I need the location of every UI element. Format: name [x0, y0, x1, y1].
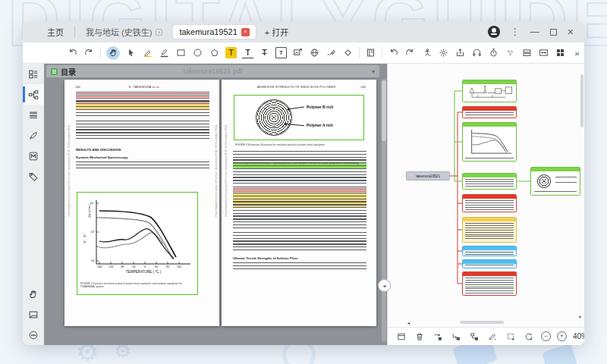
ellipse-tool-icon[interactable]	[192, 47, 203, 58]
redo-annotation-icon[interactable]	[404, 47, 416, 58]
tab-document-1[interactable]: 我与地坛 (史铁生) ×	[81, 26, 167, 38]
figure3-annotation-box[interactable]: Polymer B rich Polymer A rich	[234, 95, 364, 140]
mindmap-node-text[interactable]	[462, 217, 517, 243]
hand-tool-icon[interactable]	[106, 46, 120, 60]
highlighter-icon[interactable]	[142, 47, 153, 58]
sidebar-quill-annotation-icon[interactable]	[23, 125, 44, 146]
menu-dots-icon[interactable]: ⋮	[511, 27, 520, 36]
zoom-in-button[interactable]: +	[557, 331, 567, 341]
red-underlined-text[interactable]	[233, 187, 366, 193]
settings-gear-icon[interactable]	[438, 47, 449, 58]
background-image-icon	[542, 344, 579, 364]
pdf-page-left[interactable]: 144 S. TAKEMURA et al. Downloaded by [Un…	[64, 80, 219, 326]
minimize-button[interactable]: —	[530, 27, 539, 36]
fit-width-icon[interactable]	[538, 47, 549, 58]
toc-label[interactable]: 目录	[61, 66, 76, 77]
plugin-icon[interactable]	[505, 47, 516, 58]
new-node-icon[interactable]	[395, 331, 407, 342]
pdf-viewer[interactable]: 目录 takemura19521.pdf ▾ 144 S. TAKEMURA e…	[44, 64, 387, 345]
yellow-highlighted-text[interactable]	[233, 193, 366, 207]
user-avatar[interactable]	[488, 26, 500, 38]
mindmap-node-text[interactable]	[462, 271, 517, 296]
node-text-lines	[465, 112, 514, 117]
main-toolbar: T T T T »	[23, 42, 584, 64]
eraser-icon[interactable]	[342, 47, 354, 58]
close-button[interactable]: ×	[568, 27, 574, 36]
mindmap-node-image[interactable]	[462, 80, 517, 102]
undo-annotation-icon[interactable]	[388, 47, 399, 58]
sidebar-more-options-icon[interactable]	[23, 325, 44, 345]
export-icon[interactable]	[454, 47, 466, 58]
mindmap-node-image[interactable]	[462, 122, 517, 162]
mindmap-canvas[interactable]: takemura19521	[388, 64, 584, 327]
mindmap-node-text[interactable]	[462, 194, 517, 212]
marquee-select-icon[interactable]	[505, 331, 516, 342]
audio-reading-icon[interactable]	[471, 47, 483, 58]
tab-close-icon[interactable]: ×	[156, 29, 162, 36]
mindmap-horizontal-scrollbar[interactable]	[460, 321, 504, 324]
open-file-button[interactable]: + 打开	[265, 26, 288, 38]
polygon-tool-icon[interactable]	[209, 47, 220, 58]
pointer-tool-icon[interactable]	[125, 47, 137, 58]
toolbar-overflow-icon[interactable]: »	[571, 47, 583, 58]
split-layout-icon[interactable]	[521, 47, 533, 58]
image-capture-icon[interactable]	[292, 47, 304, 58]
mindmap-node-text[interactable]	[462, 246, 517, 256]
tab-close-icon[interactable]: ×	[241, 28, 250, 36]
text-highlight-icon[interactable]: T	[225, 47, 237, 58]
paragraph-text	[233, 232, 366, 253]
figure2-annotation-box[interactable]: -160 -120 -80 -40 0 40 80 120 10¹¹ 10⁹	[77, 192, 198, 295]
green-highlighted-text[interactable]: emulsion polymerization proceeds in a gr…	[233, 162, 366, 168]
pen-icon[interactable]	[159, 47, 170, 58]
scroll-left-icon[interactable]: ◂	[407, 320, 410, 325]
translate-globe-icon[interactable]	[309, 47, 320, 58]
mindmap-root-node[interactable]: takemura19521	[406, 171, 450, 180]
mindmap-toolbar: − + 40%	[388, 327, 584, 345]
red-underlined-text[interactable]	[76, 92, 209, 103]
undo-icon[interactable]	[67, 47, 78, 58]
sidebar-markdown-note-icon[interactable]	[23, 146, 44, 166]
toc-icon[interactable]	[51, 68, 58, 75]
link-node-icon[interactable]	[432, 331, 443, 342]
notebook-icon[interactable]	[365, 47, 376, 58]
text-box-icon[interactable]: T	[275, 47, 287, 58]
scroll-down-icon[interactable]: ▾	[579, 314, 581, 319]
rectangle-tool-icon[interactable]	[175, 47, 187, 58]
maximize-button[interactable]	[550, 29, 557, 36]
yellow-highlighted-text[interactable]	[76, 103, 209, 109]
text-underline-icon[interactable]: T	[242, 47, 253, 58]
sidebar-tags-icon[interactable]	[23, 166, 44, 187]
figure2-chart: -160 -120 -80 -40 0 40 80 120 10¹¹ 10⁹	[80, 194, 193, 279]
sidebar-hand-gesture-icon[interactable]	[23, 284, 44, 304]
mindmap-node-text[interactable]	[462, 106, 517, 118]
paragraph-text	[233, 151, 366, 162]
redo-icon[interactable]	[83, 47, 95, 58]
tab-document-2-active[interactable]: takemura19521 ×	[173, 25, 255, 39]
mindmap-vertical-scrollbar[interactable]	[580, 74, 583, 127]
timer-icon[interactable]	[488, 47, 499, 58]
node-label-line	[555, 177, 577, 179]
loop-refresh-icon[interactable]	[523, 331, 534, 342]
mindmap-node-image[interactable]	[530, 167, 580, 196]
add-child-node-icon[interactable]	[450, 331, 461, 342]
sidebar-thumbnails-icon[interactable]	[23, 64, 44, 84]
grid-view-icon[interactable]	[555, 47, 566, 58]
reader-figure-icon[interactable]	[421, 47, 432, 58]
mindmap-node-text[interactable]	[462, 173, 517, 190]
mindmap-node-text[interactable]	[462, 259, 517, 268]
tab-home[interactable]: 主页	[42, 26, 68, 38]
node-text-lines	[465, 200, 514, 210]
signature-pen-icon[interactable]	[326, 47, 337, 58]
text-strikethrough-icon[interactable]: T	[259, 47, 270, 58]
sidebar-list-icon[interactable]	[23, 105, 44, 125]
zoom-out-button[interactable]: −	[541, 331, 551, 341]
pdf-scrollbar-thumb[interactable]	[382, 80, 386, 141]
node-pen-icon[interactable]	[486, 331, 498, 342]
chevron-down-icon[interactable]: ▾	[372, 68, 375, 75]
pdf-page-right[interactable]: ADHESIVE STRENGTH OF EMULSION POLYMER 14…	[222, 80, 376, 326]
sidebar-book-layout-icon[interactable]	[23, 304, 44, 325]
sidebar-mindmap-icon[interactable]	[23, 84, 44, 105]
add-sibling-node-icon[interactable]	[468, 331, 480, 342]
panel-splitter-button[interactable]: ◂▸	[378, 279, 391, 292]
trash-icon[interactable]	[414, 331, 425, 342]
